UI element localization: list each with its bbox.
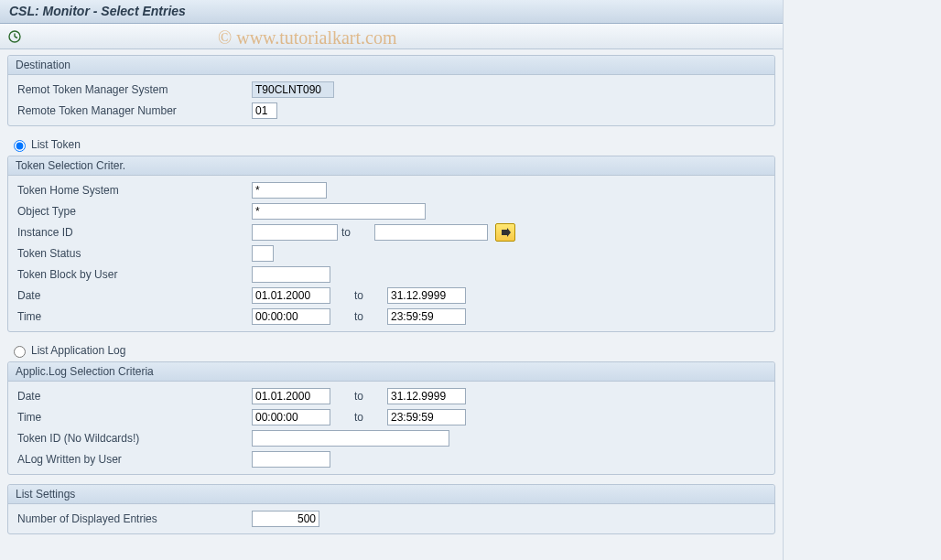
label-token-time: Time bbox=[14, 310, 252, 323]
label-to-applog-date: to bbox=[351, 390, 387, 403]
input-token-date-from[interactable] bbox=[252, 287, 330, 304]
label-alog-user: ALog Written by User bbox=[14, 453, 252, 466]
input-object-type[interactable] bbox=[252, 203, 426, 220]
input-token-date-to[interactable] bbox=[387, 287, 466, 304]
input-instance-id-to[interactable] bbox=[374, 224, 488, 241]
label-instance-id: Instance ID bbox=[14, 226, 252, 239]
radio-row-list-token: List Token bbox=[7, 135, 775, 156]
input-remote-system bbox=[252, 81, 334, 98]
input-token-time-from[interactable] bbox=[252, 308, 330, 325]
input-token-id[interactable] bbox=[252, 430, 449, 447]
label-token-status: Token Status bbox=[14, 247, 252, 260]
input-block-user[interactable] bbox=[252, 266, 330, 283]
label-applog-time: Time bbox=[14, 411, 252, 424]
label-to-token-date: to bbox=[351, 289, 387, 302]
radio-list-token[interactable] bbox=[14, 140, 26, 152]
input-applog-date-to[interactable] bbox=[387, 388, 466, 404]
input-applog-date-from[interactable] bbox=[252, 388, 330, 404]
group-token-criteria-header: Token Selection Criter. bbox=[8, 156, 774, 176]
label-remote-system: Remot Token Manager System bbox=[14, 83, 252, 96]
label-object-type: Object Type bbox=[14, 205, 252, 218]
input-applog-time-to[interactable] bbox=[387, 409, 466, 425]
group-applog-criteria: Applic.Log Selection Criteria Date to Ti… bbox=[7, 361, 775, 475]
label-token-date: Date bbox=[14, 289, 252, 302]
input-num-entries[interactable] bbox=[252, 511, 319, 527]
group-list-settings-header: List Settings bbox=[8, 485, 774, 504]
label-applog-date: Date bbox=[14, 390, 252, 403]
label-to-applog-time: to bbox=[351, 411, 387, 424]
label-remote-number: Remote Token Manager Number bbox=[14, 104, 252, 117]
label-to-instance: to bbox=[338, 226, 374, 239]
input-remote-number[interactable] bbox=[252, 102, 277, 119]
input-applog-time-from[interactable] bbox=[252, 409, 330, 425]
radio-list-applog[interactable] bbox=[14, 346, 26, 358]
group-destination: Destination Remot Token Manager System R… bbox=[7, 55, 775, 126]
input-home-system[interactable] bbox=[252, 182, 327, 199]
group-applog-criteria-header: Applic.Log Selection Criteria bbox=[8, 362, 774, 382]
radio-list-token-label: List Token bbox=[31, 138, 81, 151]
input-alog-user[interactable] bbox=[252, 451, 330, 468]
group-token-criteria: Token Selection Criter. Token Home Syste… bbox=[7, 156, 775, 332]
input-token-status[interactable] bbox=[252, 245, 274, 262]
multi-selection-button[interactable] bbox=[495, 223, 515, 242]
group-destination-header: Destination bbox=[8, 56, 774, 75]
page-title: CSL: Monitor - Select Entries bbox=[0, 0, 783, 24]
radio-list-applog-label: List Application Log bbox=[31, 344, 125, 357]
label-num-entries: Number of Displayed Entries bbox=[14, 512, 252, 525]
input-token-time-to[interactable] bbox=[387, 308, 466, 325]
svg-line-2 bbox=[15, 37, 17, 38]
label-home-system: Token Home System bbox=[14, 184, 252, 197]
radio-row-list-applog: List Application Log bbox=[7, 341, 775, 361]
label-block-user: Token Block by User bbox=[14, 268, 252, 281]
label-to-token-time: to bbox=[351, 310, 387, 323]
label-token-id: Token ID (No Wildcards!) bbox=[14, 432, 252, 445]
toolbar bbox=[0, 24, 783, 49]
input-instance-id-from[interactable] bbox=[252, 224, 338, 241]
group-list-settings: List Settings Number of Displayed Entrie… bbox=[7, 484, 775, 534]
execute-icon[interactable] bbox=[7, 29, 22, 44]
